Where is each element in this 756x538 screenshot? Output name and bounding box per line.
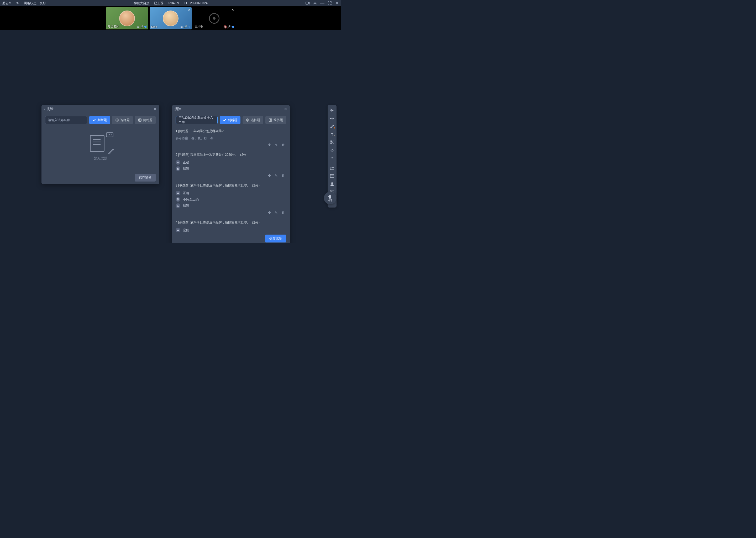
tab-essay[interactable]: 简答题: [135, 116, 156, 124]
svg-point-15: [332, 191, 332, 192]
question-item: 3 [单选题] 施华洛世奇是反华品牌，所以梁鼎琪反华。（2分）A正确B不完全正确…: [176, 181, 285, 218]
level-bars-icon: [144, 25, 147, 28]
option-badge: A: [176, 228, 180, 232]
elapsed-time: 已上课：02:34:09: [154, 1, 179, 6]
video-tile-student[interactable]: ✕ Nina ◉ 🎤: [150, 7, 192, 29]
stage: ‹ 测验 ✕ 请输入试卷名称 判断题 选择题 简答题: [0, 30, 341, 243]
tab-choice[interactable]: 选择题: [243, 116, 263, 124]
option-row[interactable]: B不完全正确: [176, 196, 285, 202]
fullscreen-icon[interactable]: [328, 1, 332, 5]
option-label: 错误: [183, 167, 189, 171]
question-actions: ✥✎🗑: [176, 143, 285, 147]
settings-icon[interactable]: [313, 1, 317, 5]
option-label: 正确: [183, 160, 189, 165]
session-id: ID：2020070324: [184, 1, 208, 6]
mic-on-icon: 🎤: [140, 25, 143, 28]
svg-rect-7: [269, 119, 272, 121]
panel-title: 测验: [174, 107, 181, 111]
close-window-icon[interactable]: ✕: [335, 1, 339, 5]
scissors-tool-icon[interactable]: [328, 138, 337, 146]
question-title: 3 [单选题] 施华洛世奇是反华品牌，所以梁鼎琪反华。（2分）: [176, 183, 285, 188]
save-exam-button[interactable]: 保存试卷: [135, 174, 156, 182]
edit-icon[interactable]: ✎: [274, 173, 278, 178]
option-badge: C: [176, 203, 180, 208]
question-item: 4 [多选题] 施华洛世奇是反华品牌，所以梁鼎琪反华。（2分）A是的B不完全正确…: [176, 218, 285, 232]
empty-illustration-icon: [89, 134, 112, 152]
hand-raise-button[interactable]: 0/2: [324, 192, 337, 204]
exam-name-value: 产品说试卷名称最多十六个字: [178, 116, 215, 125]
svg-point-1: [314, 3, 315, 4]
option-row[interactable]: A正确: [176, 190, 285, 196]
signal-icon: ◉: [180, 25, 183, 28]
quiz-panel-filled: 测验 ✕ 产品说试卷名称最多十六个字 判断题 选择题 简答题: [172, 105, 290, 243]
svg-point-3: [117, 120, 118, 121]
question-title: 2 [判断题] 我国宪法上一次更新是在2020年。（2分）: [176, 152, 285, 157]
panel-close-icon[interactable]: ✕: [284, 107, 287, 111]
avatar-placeholder: [163, 11, 178, 26]
svg-point-8: [330, 140, 332, 141]
question-list: 1 [简答题] 一年四季分别是哪四季?参考答案：春、夏、秋、冬✥✎🗑2 [判断题…: [176, 127, 286, 232]
svg-point-12: [331, 182, 333, 184]
tile-close-icon[interactable]: ✕: [188, 8, 190, 12]
camera-off-icon: [209, 13, 219, 24]
edit-icon[interactable]: ✎: [274, 210, 278, 215]
question-item: 1 [简答题] 一年四季分别是哪四季?参考答案：春、夏、秋、冬✥✎🗑: [176, 127, 285, 150]
folder-tool-icon[interactable]: [328, 164, 337, 172]
panel-close-icon[interactable]: ✕: [154, 107, 157, 111]
network-status-label: 网络状态：良好: [24, 1, 46, 6]
video-tile-student[interactable]: ✕ 王小明 🔇 🎤: [193, 7, 235, 29]
question-actions: ✥✎🗑: [176, 210, 285, 215]
option-label: 正确: [183, 191, 189, 195]
tab-judge[interactable]: 判断题: [220, 116, 240, 124]
save-exam-button[interactable]: 保存试卷: [265, 235, 286, 242]
svg-rect-0: [306, 2, 308, 4]
pen-tool-icon[interactable]: [328, 123, 337, 130]
back-icon[interactable]: ‹: [44, 107, 45, 111]
move-icon[interactable]: ✥: [267, 173, 271, 178]
svg-point-6: [247, 120, 248, 121]
option-badge: A: [176, 191, 180, 195]
quiz-panel-empty: ‹ 测验 ✕ 请输入试卷名称 判断题 选择题 简答题: [41, 105, 159, 184]
participant-name: Nina: [151, 25, 157, 28]
question-item: 2 [判断题] 我国宪法上一次更新是在2020年。（2分）A正确B错误✥✎🗑: [176, 150, 285, 181]
svg-point-10: [332, 157, 333, 158]
move-icon[interactable]: ✥: [267, 143, 271, 147]
media-tool-icon[interactable]: [328, 172, 337, 180]
move-tool-icon[interactable]: [328, 115, 337, 123]
user-tool-icon[interactable]: [328, 180, 337, 188]
tab-judge[interactable]: 判断题: [89, 116, 110, 124]
option-row[interactable]: A正确: [176, 159, 285, 166]
option-row[interactable]: C错误: [176, 202, 285, 209]
mic-muted-icon: 🔇: [224, 25, 227, 28]
trash-icon[interactable]: 🗑: [281, 143, 285, 147]
eraser-tool-icon[interactable]: [328, 146, 337, 154]
edit-icon[interactable]: ✎: [274, 143, 278, 147]
trash-icon[interactable]: 🗑: [281, 173, 285, 178]
audio-indicator: ◉ 🎤: [136, 25, 147, 28]
avatar-placeholder: [119, 11, 135, 26]
option-row[interactable]: B错误: [176, 166, 285, 172]
mic-on-icon: 🎤: [184, 25, 187, 28]
option-label: 是的: [183, 228, 189, 232]
exam-name-input[interactable]: 产品说试卷名称最多十六个字: [176, 116, 217, 124]
signal-icon: ◉: [136, 25, 140, 28]
trash-icon[interactable]: 🗑: [281, 210, 285, 215]
option-row[interactable]: A是的: [176, 227, 285, 232]
video-tile-teacher[interactable]: 叮当老师 ◉ 🎤: [106, 7, 148, 29]
minimize-icon[interactable]: —: [320, 1, 324, 5]
option-badge: A: [176, 160, 180, 165]
hand-count: 0/2: [328, 199, 332, 202]
text-tool-icon[interactable]: T: [328, 130, 337, 138]
camera-toggle-icon[interactable]: [306, 1, 310, 5]
option-label: 不完全正确: [183, 197, 199, 202]
exam-name-input[interactable]: 请输入试卷名称: [45, 116, 87, 124]
audio-indicator: ◉ 🎤: [180, 25, 191, 28]
move-icon[interactable]: ✥: [267, 210, 271, 215]
brightness-tool-icon[interactable]: [328, 154, 337, 162]
tile-close-icon[interactable]: ✕: [231, 8, 234, 12]
hand-icon: [328, 194, 333, 199]
tab-essay[interactable]: 简答题: [265, 116, 286, 124]
participant-name: 叮当老师: [108, 25, 119, 28]
cursor-tool-icon[interactable]: [328, 107, 337, 115]
tab-choice[interactable]: 选择题: [112, 116, 133, 124]
